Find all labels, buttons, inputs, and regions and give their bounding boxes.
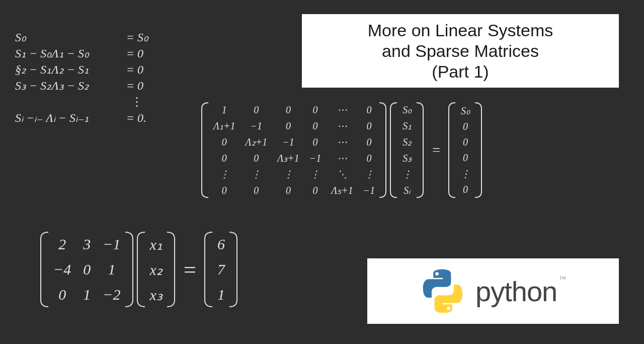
matrix-cell: 0: [254, 185, 259, 196]
matrix-cell: 1: [108, 261, 115, 278]
equation-row: §₂ − S₁Λ₂ − S₁=0: [15, 62, 148, 77]
equation-row: Sᵢ −ᵢ₋ Λᵢ − Sᵢ₋₁=0.: [15, 111, 148, 125]
title-line-1: More on Linear Systems: [312, 20, 609, 41]
matrix-cell: −1: [309, 153, 321, 164]
equals-sign: =: [179, 256, 201, 283]
matrix-cell: 0: [222, 153, 227, 164]
matrix-cell: 0: [58, 286, 66, 303]
matrix-cell: 0: [312, 104, 317, 116]
small-matrix-equation: 23−1−40101−2x₁x₂x₃=671: [40, 232, 238, 307]
matrix-body: 23−1−40101−2: [49, 232, 125, 307]
matrix-cell: S₀: [461, 105, 470, 117]
python-text: python: [475, 276, 557, 307]
title-line-2: and Sparse Matrices: [312, 41, 609, 61]
matrix-cell: ⋯: [337, 152, 347, 164]
equals-sign: =: [123, 79, 137, 93]
right-paren: [167, 232, 176, 307]
matrix-cell: Sᵢ: [404, 184, 411, 196]
matrix-cell: 0: [367, 153, 372, 164]
python-logo-box: python™: [367, 258, 619, 324]
matrix: S₀000⋮0: [448, 102, 482, 198]
matrix-cell: −1: [103, 236, 120, 253]
matrix-cell: ⋮: [283, 168, 293, 180]
matrix-cell: −1: [251, 120, 263, 132]
equation-lhs: §₂ − S₁Λ₂ − S₁: [15, 62, 123, 77]
sparse-matrix-equation: 1000⋯0Λ₁+1−100⋯00Λ₂+1−10⋯000Λ₃+1−1⋯0⋮⋮⋮⋮…: [201, 101, 482, 199]
matrix: 23−1−40101−2: [40, 232, 134, 307]
matrix-cell: S₀: [403, 104, 412, 116]
matrix-cell: ⋮: [251, 168, 261, 180]
equation-rhs: 0: [137, 63, 143, 77]
equals-sign: =: [123, 63, 137, 77]
equation-rhs: 0: [137, 79, 143, 93]
matrix-cell: −4: [53, 261, 71, 278]
matrix-cell: 0: [312, 120, 317, 132]
right-paren: [125, 232, 134, 307]
equation-row: S₀=S₀: [15, 30, 148, 44]
left-paren: [201, 101, 209, 199]
matrix-body: 1000⋯0Λ₁+1−100⋯00Λ₂+1−10⋯000Λ₃+1−1⋯0⋮⋮⋮⋮…: [209, 101, 379, 199]
matrix-cell: 3: [83, 236, 91, 253]
matrix-cell: S₂: [403, 136, 412, 148]
equation-rhs: 0: [137, 47, 143, 60]
matrix-cell: ⋮: [310, 168, 320, 180]
matrix-cell: 0: [463, 184, 468, 195]
python-tm: ™: [559, 275, 566, 283]
matrix-cell: ⋮: [364, 168, 374, 180]
matrix-body: x₁x₂x₃: [146, 232, 167, 307]
matrix-cell: 0: [463, 121, 468, 132]
matrix-cell: ⋯: [337, 136, 347, 148]
left-paren: [448, 102, 456, 198]
right-paren: [229, 232, 238, 307]
left-paren: [390, 101, 398, 199]
matrix-cell: 0: [312, 185, 317, 196]
matrix-cell: 0: [463, 136, 468, 148]
matrix: 671: [204, 232, 238, 307]
matrix-cell: 2: [58, 236, 66, 253]
equals-sign: =: [123, 111, 137, 125]
equation-vdots: ⋮: [15, 95, 148, 109]
matrix-body: S₀000⋮0: [456, 102, 474, 198]
matrix-cell: 0: [222, 185, 227, 196]
left-paren: [40, 232, 49, 307]
right-paren: [416, 101, 424, 199]
left-paren: [204, 232, 213, 307]
matrix-cell: Λ₁+1: [213, 120, 235, 132]
matrix-cell: 0: [222, 136, 227, 148]
equation-lhs: S₁ − S₀Λ₁ − S₀: [15, 46, 123, 60]
matrix-cell: 0: [367, 120, 372, 132]
matrix-cell: −1: [363, 185, 375, 196]
matrix: 1000⋯0Λ₁+1−100⋯00Λ₂+1−10⋯000Λ₃+1−1⋯0⋮⋮⋮⋮…: [201, 101, 387, 199]
matrix-cell: 0: [83, 261, 91, 278]
right-paren: [379, 101, 387, 199]
matrix-cell: 0: [254, 153, 259, 164]
matrix-cell: 1: [222, 104, 227, 116]
matrix-cell: 1: [217, 286, 225, 303]
matrix-cell: 0: [312, 136, 317, 148]
python-logo-icon: [420, 268, 465, 314]
matrix-cell: x₁: [150, 236, 163, 253]
left-paren: [137, 232, 146, 307]
matrix-cell: 0: [254, 104, 259, 116]
matrix-cell: 0: [367, 136, 372, 148]
equals-sign: =: [123, 31, 137, 44]
equation-rhs: 0.: [137, 111, 146, 125]
equals-sign: =: [123, 47, 137, 60]
matrix-cell: Λ₅+1: [331, 184, 353, 196]
equals-sign: =: [427, 142, 445, 158]
matrix-cell: 7: [217, 261, 225, 278]
matrix-cell: ⋱: [337, 168, 347, 180]
equation-row: S₃ − S₂Λ₃ − S₂=0: [15, 79, 148, 93]
matrix-cell: ⋯: [337, 120, 347, 132]
matrix: S₀S₁S₂S₃⋮Sᵢ: [390, 101, 424, 199]
matrix-cell: S₁: [403, 120, 412, 132]
matrix-cell: 1: [83, 286, 91, 303]
matrix-cell: 0: [367, 104, 372, 116]
matrix-cell: ⋮: [402, 168, 412, 180]
matrix-cell: 0: [286, 185, 291, 196]
matrix-body: S₀S₁S₂S₃⋮Sᵢ: [398, 101, 416, 199]
equation-lhs: S₃ − S₂Λ₃ − S₂: [15, 79, 123, 93]
matrix-cell: 0: [286, 120, 291, 132]
matrix: x₁x₂x₃: [137, 232, 176, 307]
equation-list: S₀=S₀S₁ − S₀Λ₁ − S₀=0§₂ − S₁Λ₂ − S₁=0S₃ …: [15, 30, 148, 127]
